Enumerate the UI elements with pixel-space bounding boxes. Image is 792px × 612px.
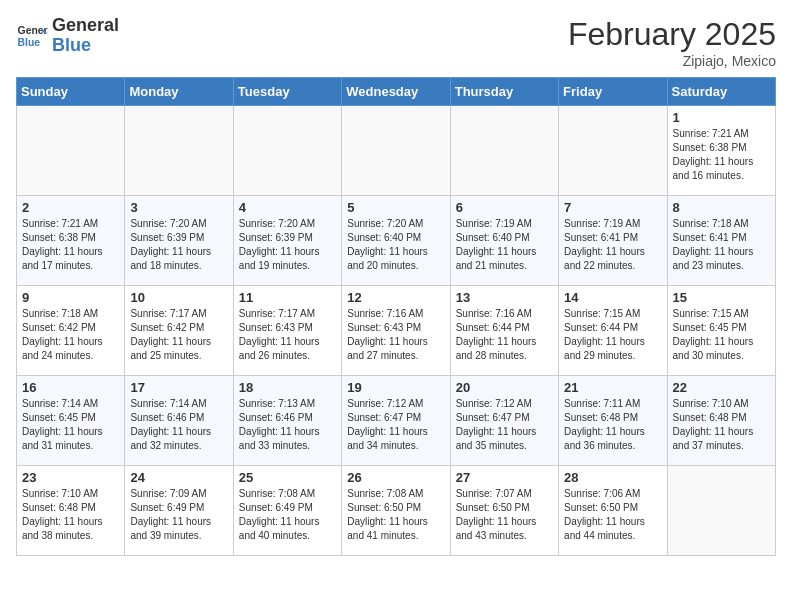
day-info: Sunrise: 7:18 AM Sunset: 6:41 PM Dayligh… xyxy=(673,217,770,273)
calendar-cell: 13Sunrise: 7:16 AM Sunset: 6:44 PM Dayli… xyxy=(450,286,558,376)
day-number: 18 xyxy=(239,380,336,395)
day-number: 26 xyxy=(347,470,444,485)
col-header-monday: Monday xyxy=(125,78,233,106)
title-block: February 2025 Zipiajo, Mexico xyxy=(568,16,776,69)
col-header-tuesday: Tuesday xyxy=(233,78,341,106)
calendar-cell xyxy=(125,106,233,196)
day-info: Sunrise: 7:06 AM Sunset: 6:50 PM Dayligh… xyxy=(564,487,661,543)
day-number: 5 xyxy=(347,200,444,215)
col-header-saturday: Saturday xyxy=(667,78,775,106)
day-number: 19 xyxy=(347,380,444,395)
day-info: Sunrise: 7:15 AM Sunset: 6:45 PM Dayligh… xyxy=(673,307,770,363)
day-info: Sunrise: 7:19 AM Sunset: 6:40 PM Dayligh… xyxy=(456,217,553,273)
day-info: Sunrise: 7:11 AM Sunset: 6:48 PM Dayligh… xyxy=(564,397,661,453)
calendar-week-row: 9Sunrise: 7:18 AM Sunset: 6:42 PM Daylig… xyxy=(17,286,776,376)
day-info: Sunrise: 7:21 AM Sunset: 6:38 PM Dayligh… xyxy=(673,127,770,183)
day-info: Sunrise: 7:10 AM Sunset: 6:48 PM Dayligh… xyxy=(22,487,119,543)
calendar-cell: 27Sunrise: 7:07 AM Sunset: 6:50 PM Dayli… xyxy=(450,466,558,556)
day-info: Sunrise: 7:18 AM Sunset: 6:42 PM Dayligh… xyxy=(22,307,119,363)
col-header-friday: Friday xyxy=(559,78,667,106)
logo-icon: General Blue xyxy=(16,20,48,52)
day-info: Sunrise: 7:20 AM Sunset: 6:40 PM Dayligh… xyxy=(347,217,444,273)
col-header-sunday: Sunday xyxy=(17,78,125,106)
day-info: Sunrise: 7:15 AM Sunset: 6:44 PM Dayligh… xyxy=(564,307,661,363)
day-number: 3 xyxy=(130,200,227,215)
day-number: 7 xyxy=(564,200,661,215)
calendar-cell: 14Sunrise: 7:15 AM Sunset: 6:44 PM Dayli… xyxy=(559,286,667,376)
calendar-cell: 25Sunrise: 7:08 AM Sunset: 6:49 PM Dayli… xyxy=(233,466,341,556)
day-number: 23 xyxy=(22,470,119,485)
calendar-cell: 2Sunrise: 7:21 AM Sunset: 6:38 PM Daylig… xyxy=(17,196,125,286)
calendar-cell: 9Sunrise: 7:18 AM Sunset: 6:42 PM Daylig… xyxy=(17,286,125,376)
calendar-cell: 26Sunrise: 7:08 AM Sunset: 6:50 PM Dayli… xyxy=(342,466,450,556)
calendar-cell: 3Sunrise: 7:20 AM Sunset: 6:39 PM Daylig… xyxy=(125,196,233,286)
calendar-cell xyxy=(233,106,341,196)
calendar-cell: 10Sunrise: 7:17 AM Sunset: 6:42 PM Dayli… xyxy=(125,286,233,376)
calendar-cell: 22Sunrise: 7:10 AM Sunset: 6:48 PM Dayli… xyxy=(667,376,775,466)
day-info: Sunrise: 7:08 AM Sunset: 6:50 PM Dayligh… xyxy=(347,487,444,543)
day-info: Sunrise: 7:20 AM Sunset: 6:39 PM Dayligh… xyxy=(130,217,227,273)
day-info: Sunrise: 7:10 AM Sunset: 6:48 PM Dayligh… xyxy=(673,397,770,453)
day-number: 15 xyxy=(673,290,770,305)
day-number: 1 xyxy=(673,110,770,125)
page-header: General Blue General Blue February 2025 … xyxy=(16,16,776,69)
month-year-title: February 2025 xyxy=(568,16,776,53)
day-number: 10 xyxy=(130,290,227,305)
calendar-cell: 15Sunrise: 7:15 AM Sunset: 6:45 PM Dayli… xyxy=(667,286,775,376)
col-header-thursday: Thursday xyxy=(450,78,558,106)
svg-text:Blue: Blue xyxy=(18,36,41,47)
calendar-week-row: 2Sunrise: 7:21 AM Sunset: 6:38 PM Daylig… xyxy=(17,196,776,286)
calendar-cell xyxy=(342,106,450,196)
calendar-cell: 12Sunrise: 7:16 AM Sunset: 6:43 PM Dayli… xyxy=(342,286,450,376)
day-number: 20 xyxy=(456,380,553,395)
calendar-cell: 28Sunrise: 7:06 AM Sunset: 6:50 PM Dayli… xyxy=(559,466,667,556)
day-number: 6 xyxy=(456,200,553,215)
calendar-cell: 4Sunrise: 7:20 AM Sunset: 6:39 PM Daylig… xyxy=(233,196,341,286)
calendar-cell: 1Sunrise: 7:21 AM Sunset: 6:38 PM Daylig… xyxy=(667,106,775,196)
day-number: 25 xyxy=(239,470,336,485)
day-number: 22 xyxy=(673,380,770,395)
calendar-cell xyxy=(559,106,667,196)
calendar-cell: 7Sunrise: 7:19 AM Sunset: 6:41 PM Daylig… xyxy=(559,196,667,286)
day-info: Sunrise: 7:07 AM Sunset: 6:50 PM Dayligh… xyxy=(456,487,553,543)
day-number: 9 xyxy=(22,290,119,305)
day-info: Sunrise: 7:17 AM Sunset: 6:42 PM Dayligh… xyxy=(130,307,227,363)
day-number: 2 xyxy=(22,200,119,215)
day-number: 13 xyxy=(456,290,553,305)
day-number: 8 xyxy=(673,200,770,215)
calendar-cell: 20Sunrise: 7:12 AM Sunset: 6:47 PM Dayli… xyxy=(450,376,558,466)
day-info: Sunrise: 7:09 AM Sunset: 6:49 PM Dayligh… xyxy=(130,487,227,543)
day-number: 14 xyxy=(564,290,661,305)
calendar-header-row: SundayMondayTuesdayWednesdayThursdayFrid… xyxy=(17,78,776,106)
day-info: Sunrise: 7:12 AM Sunset: 6:47 PM Dayligh… xyxy=(456,397,553,453)
day-info: Sunrise: 7:14 AM Sunset: 6:46 PM Dayligh… xyxy=(130,397,227,453)
calendar-cell: 5Sunrise: 7:20 AM Sunset: 6:40 PM Daylig… xyxy=(342,196,450,286)
calendar-cell: 24Sunrise: 7:09 AM Sunset: 6:49 PM Dayli… xyxy=(125,466,233,556)
calendar-week-row: 1Sunrise: 7:21 AM Sunset: 6:38 PM Daylig… xyxy=(17,106,776,196)
day-number: 24 xyxy=(130,470,227,485)
day-number: 17 xyxy=(130,380,227,395)
day-info: Sunrise: 7:20 AM Sunset: 6:39 PM Dayligh… xyxy=(239,217,336,273)
day-number: 16 xyxy=(22,380,119,395)
calendar-cell: 8Sunrise: 7:18 AM Sunset: 6:41 PM Daylig… xyxy=(667,196,775,286)
calendar-cell: 21Sunrise: 7:11 AM Sunset: 6:48 PM Dayli… xyxy=(559,376,667,466)
day-info: Sunrise: 7:08 AM Sunset: 6:49 PM Dayligh… xyxy=(239,487,336,543)
day-info: Sunrise: 7:12 AM Sunset: 6:47 PM Dayligh… xyxy=(347,397,444,453)
calendar-cell: 11Sunrise: 7:17 AM Sunset: 6:43 PM Dayli… xyxy=(233,286,341,376)
day-number: 12 xyxy=(347,290,444,305)
calendar-cell: 17Sunrise: 7:14 AM Sunset: 6:46 PM Dayli… xyxy=(125,376,233,466)
calendar-cell xyxy=(450,106,558,196)
day-number: 21 xyxy=(564,380,661,395)
calendar-cell xyxy=(667,466,775,556)
location-subtitle: Zipiajo, Mexico xyxy=(568,53,776,69)
day-info: Sunrise: 7:21 AM Sunset: 6:38 PM Dayligh… xyxy=(22,217,119,273)
day-number: 11 xyxy=(239,290,336,305)
calendar-cell: 6Sunrise: 7:19 AM Sunset: 6:40 PM Daylig… xyxy=(450,196,558,286)
day-number: 27 xyxy=(456,470,553,485)
calendar-cell xyxy=(17,106,125,196)
calendar-cell: 16Sunrise: 7:14 AM Sunset: 6:45 PM Dayli… xyxy=(17,376,125,466)
logo-text: General Blue xyxy=(52,16,119,56)
day-info: Sunrise: 7:19 AM Sunset: 6:41 PM Dayligh… xyxy=(564,217,661,273)
day-number: 4 xyxy=(239,200,336,215)
calendar-cell: 23Sunrise: 7:10 AM Sunset: 6:48 PM Dayli… xyxy=(17,466,125,556)
